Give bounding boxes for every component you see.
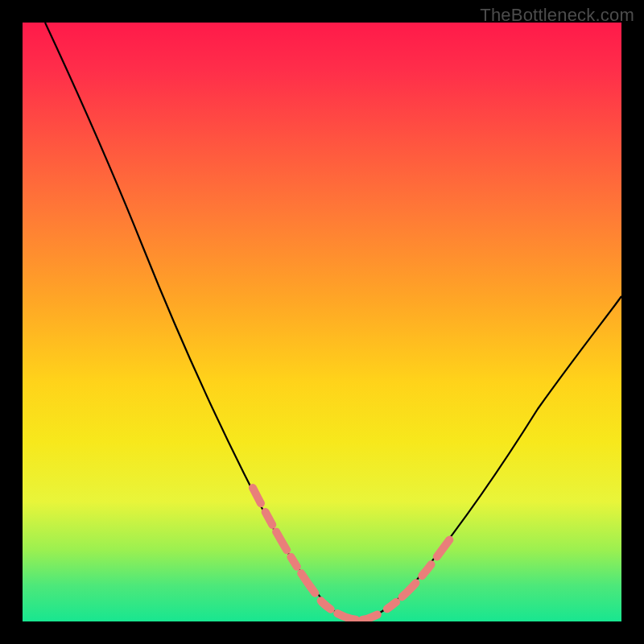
- right-dash-overlay: [362, 502, 478, 620]
- right-curve: [361, 296, 621, 620]
- chart-svg: [23, 23, 621, 621]
- left-dash-overlay: [253, 488, 361, 620]
- chart-gradient-area: [23, 23, 621, 621]
- left-curve: [45, 23, 361, 620]
- watermark-text: TheBottleneck.com: [480, 5, 634, 26]
